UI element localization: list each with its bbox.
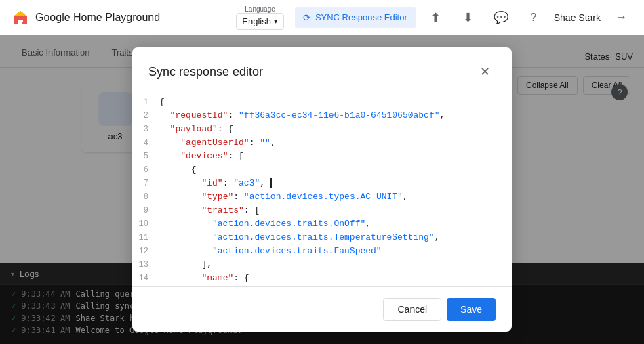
code-line-1: 1 {: [132, 97, 512, 110]
close-icon: ✕: [480, 64, 490, 79]
code-line-5: 5 "devices": [: [132, 151, 512, 165]
modal-footer: Cancel Save: [132, 286, 512, 332]
code-line-14: 14 "name": {: [132, 273, 512, 286]
code-line-11: 11 "action.devices.traits.TemperatureSet…: [132, 232, 512, 246]
logout-icon: →: [615, 10, 627, 24]
code-line-9: 9 "traits": [: [132, 205, 512, 219]
modal-header: Sync response editor ✕: [132, 47, 512, 91]
topnav: Google Home Playground Language English …: [0, 0, 644, 35]
cancel-button[interactable]: Cancel: [383, 298, 441, 321]
export-button[interactable]: ⬆: [424, 5, 448, 30]
code-line-13: 13 ],: [132, 259, 512, 273]
help-button[interactable]: ?: [521, 5, 546, 30]
download-icon: ⬇: [463, 10, 473, 25]
google-home-icon: [11, 8, 30, 27]
language-value: English: [242, 16, 271, 26]
code-line-8: 8 "type": "action.devices.types.AC_UNIT"…: [132, 192, 512, 205]
code-line-7: 7 "id": "ac3",: [132, 178, 512, 192]
main-content: Basic Information Traits Attributes Stat…: [0, 35, 644, 344]
code-line-2: 2 "requestId": "ff36a3cc-ec34-11e6-b1a0-…: [132, 110, 512, 124]
user-name: Shae Stark: [554, 12, 601, 23]
logout-button[interactable]: →: [609, 5, 633, 30]
export-icon: ⬆: [430, 10, 441, 25]
chevron-down-icon: ▾: [274, 17, 278, 26]
download-button[interactable]: ⬇: [456, 5, 481, 30]
help-icon: ?: [530, 12, 536, 24]
language-dropdown[interactable]: English ▾: [236, 13, 284, 30]
modal-close-button[interactable]: ✕: [474, 61, 496, 83]
modal-title: Sync response editor: [148, 65, 263, 79]
svg-rect-0: [18, 20, 20, 22]
feedback-button[interactable]: 💬: [489, 5, 513, 30]
code-editor[interactable]: 1 { 2 "requestId": "ff36a3cc-ec34-11e6-b…: [132, 91, 512, 286]
feedback-icon: 💬: [494, 10, 508, 25]
code-line-6: 6 {: [132, 165, 512, 178]
language-selector[interactable]: Language English ▾: [236, 5, 284, 30]
app-logo: Google Home Playground: [11, 8, 160, 27]
svg-rect-1: [21, 20, 23, 22]
sync-icon: ⟳: [303, 12, 311, 23]
modal-overlay: Sync response editor ✕ 1 { 2 "requestId"…: [0, 35, 644, 344]
code-line-4: 4 "agentUserId": "",: [132, 137, 512, 151]
code-line-3: 3 "payload": {: [132, 124, 512, 137]
sync-response-editor-button[interactable]: ⟳ SYNC Response Editor: [295, 7, 416, 28]
code-line-10: 10 "action.devices.traits.OnOff",: [132, 219, 512, 232]
sync-response-editor-modal: Sync response editor ✕ 1 { 2 "requestId"…: [132, 47, 512, 332]
app-title: Google Home Playground: [35, 12, 160, 24]
save-button[interactable]: Save: [447, 298, 496, 321]
language-label: Language: [245, 5, 275, 13]
code-line-12: 12 "action.devices.traits.FanSpeed": [132, 246, 512, 259]
